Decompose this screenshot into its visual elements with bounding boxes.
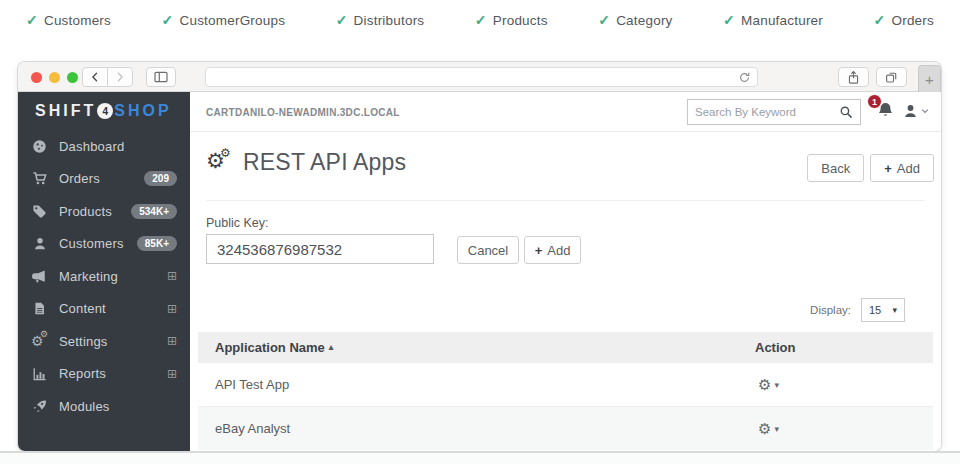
sidebar-item-modules[interactable]: Modules [18, 390, 190, 423]
gear-icon: ⚙ [758, 421, 771, 436]
count-badge: 534K+ [131, 204, 177, 219]
tabs-icon [885, 71, 898, 84]
add-button-label: Add [897, 161, 920, 176]
service-item-category: ✓ Category [598, 12, 672, 28]
check-icon: ✓ [723, 12, 735, 28]
sidebar-toggle-button[interactable] [146, 67, 176, 87]
row-actions-button[interactable]: ⚙ ▾ [758, 377, 779, 392]
gear-icon: ⚙ [220, 147, 231, 159]
page-size-select[interactable]: 15 ▾ [861, 298, 905, 322]
service-item-orders: ✓ Orders [874, 12, 934, 28]
chevron-left-icon [89, 71, 101, 83]
window-controls [31, 72, 78, 83]
service-label: Orders [891, 13, 933, 28]
sidebar-item-label: Reports [59, 366, 156, 381]
app-name-cell: API Test App [198, 377, 289, 392]
sidebar-panel-icon [154, 71, 168, 83]
sidebar-item-products[interactable]: Products 534K+ [18, 195, 190, 228]
browser-window: + SHIFT 4 SHOP Dashboard [18, 62, 941, 451]
browser-back-button[interactable] [82, 67, 108, 87]
back-button[interactable]: Back [807, 154, 864, 182]
expand-icon[interactable]: ⊞ [167, 335, 177, 347]
sidebar-item-label: Dashboard [59, 139, 177, 154]
public-key-label: Public Key: [206, 216, 269, 230]
person-icon [903, 103, 918, 119]
sidebar-item-label: Products [59, 204, 120, 219]
refresh-icon[interactable] [738, 71, 751, 84]
sidebar-item-label: Customers [59, 236, 126, 251]
admin-topbar: CARTDANILO-NEWADMIN.3DC.LOCAL 1 [190, 92, 941, 132]
sidebar-item-label: Settings [59, 334, 156, 349]
sidebar-item-marketing[interactable]: Marketing ⊞ [18, 260, 190, 293]
table-row: eBay Analyst ⚙ ▾ [198, 406, 933, 450]
count-badge: 209 [144, 171, 177, 186]
sidebar-item-content[interactable]: Content ⊞ [18, 293, 190, 326]
app-name-cell: eBay Analyst [198, 421, 290, 436]
count-badge: 85K+ [137, 236, 177, 251]
services-status-bar: ✓ Customers ✓ CustomerGroups ✓ Distribut… [0, 0, 960, 40]
minimize-window-button[interactable] [49, 72, 60, 83]
sidebar-item-label: Orders [59, 171, 133, 186]
shift4shop-logo[interactable]: SHIFT 4 SHOP [18, 92, 190, 130]
sidebar-item-orders[interactable]: Orders 209 [18, 163, 190, 196]
close-window-button[interactable] [31, 72, 42, 83]
bar-chart-icon [31, 366, 48, 382]
account-menu-button[interactable] [903, 103, 929, 119]
search-input[interactable] [695, 106, 839, 118]
admin-sidebar: SHIFT 4 SHOP Dashboard [18, 92, 190, 451]
sidebar-menu: Dashboard Orders 209 Products [18, 130, 190, 423]
notifications-button[interactable]: 1 [877, 102, 894, 120]
plus-icon: + [925, 71, 934, 88]
service-label: Products [493, 13, 548, 28]
service-item-manufacturer: ✓ Manufacturer [723, 12, 823, 28]
api-apps-table: Application Name ▴ Action API Test App ⚙… [198, 332, 933, 450]
column-header-application-name[interactable]: Application Name ▴ [198, 340, 333, 355]
browser-forward-button[interactable] [107, 67, 133, 87]
chevron-down-icon [921, 107, 929, 115]
sidebar-item-dashboard[interactable]: Dashboard [18, 130, 190, 163]
expand-icon[interactable]: ⊞ [167, 368, 177, 380]
caret-down-icon: ▾ [892, 305, 897, 315]
screenshot-root: ✓ Customers ✓ CustomerGroups ✓ Distribut… [0, 0, 960, 464]
user-icon [31, 236, 48, 252]
cancel-button[interactable]: Cancel [457, 236, 519, 264]
column-header-action: Action [755, 340, 795, 355]
expand-icon[interactable]: ⊞ [167, 270, 177, 282]
gear-icon: ⚙ [758, 377, 771, 392]
divider [206, 200, 925, 201]
page-actions: Back + Add [807, 154, 934, 182]
address-bar[interactable] [205, 67, 758, 87]
sidebar-item-customers[interactable]: Customers 85K+ [18, 228, 190, 261]
sidebar-item-reports[interactable]: Reports ⊞ [18, 358, 190, 391]
sidebar-item-settings[interactable]: ⚙ ⚙ Settings ⊞ [18, 325, 190, 358]
column-label: Application Name [215, 340, 325, 355]
plus-icon: + [535, 243, 543, 258]
search-icon[interactable] [839, 105, 853, 119]
service-label: Distributors [354, 13, 425, 28]
service-item-customers: ✓ Customers [26, 12, 111, 28]
check-icon: ✓ [336, 12, 348, 28]
public-key-input[interactable] [206, 234, 434, 264]
service-label: Category [616, 13, 672, 28]
admin-main: CARTDANILO-NEWADMIN.3DC.LOCAL 1 [190, 92, 941, 451]
maximize-window-button[interactable] [67, 72, 78, 83]
form-add-button[interactable]: + Add [524, 236, 581, 264]
logo-text-shift: SHIFT [35, 102, 96, 120]
table-row: API Test App ⚙ ▾ [198, 362, 933, 406]
tab-overview-button[interactable] [876, 67, 907, 87]
display-label: Display: [810, 304, 851, 316]
add-button[interactable]: + Add [870, 154, 934, 182]
back-button-label: Back [821, 161, 850, 176]
share-button[interactable] [838, 67, 869, 87]
expand-icon[interactable]: ⊞ [167, 303, 177, 315]
new-tab-button[interactable]: + [918, 65, 941, 92]
cancel-button-label: Cancel [468, 243, 508, 258]
logo-text-shop: SHOP [114, 102, 171, 120]
sidebar-item-label: Content [59, 301, 156, 316]
page-title-row: ⚙ ⚙ REST API Apps [206, 144, 406, 180]
row-actions-button[interactable]: ⚙ ▾ [758, 421, 779, 436]
cart-icon [31, 171, 48, 187]
check-icon: ✓ [874, 12, 886, 28]
notification-count-badge: 1 [867, 94, 882, 109]
service-label: CustomerGroups [180, 13, 286, 28]
